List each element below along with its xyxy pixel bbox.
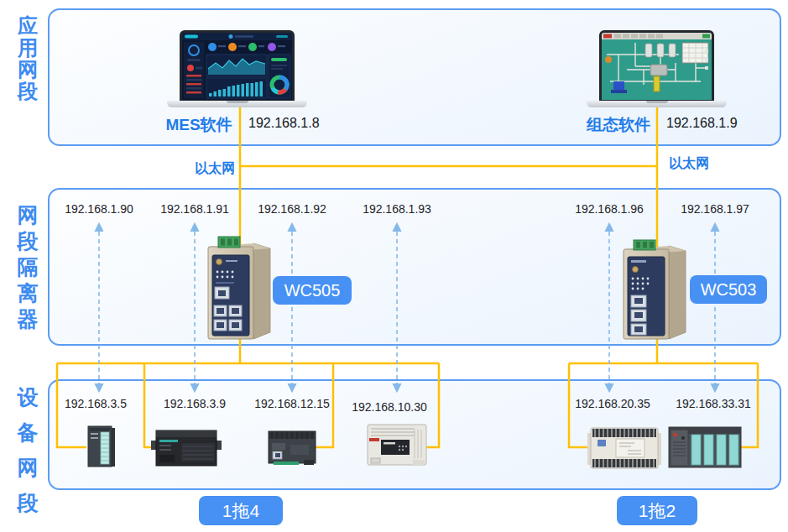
scada-laptop-base — [587, 101, 727, 107]
mes-dashboard-image — [182, 33, 292, 100]
isolator-ip-label: 192.168.1.93 — [348, 202, 446, 216]
mes-laptop-screen — [180, 30, 295, 102]
group-label-1to2: 1拖2 — [617, 496, 697, 525]
mes-host-label: MES软件 — [157, 114, 241, 136]
group-label-1to4: 1拖4 — [199, 496, 283, 525]
plc-rack-image — [667, 422, 743, 471]
wc505-badge: WC505 — [273, 276, 352, 305]
section-label-application: 应用网段 — [14, 15, 41, 102]
scada-screen-image — [602, 33, 712, 100]
section-label-devices: 设备网段 — [14, 379, 41, 520]
section-label-isolator: 网段隔离器 — [14, 202, 41, 332]
wc503-gateway-image — [620, 238, 694, 341]
device-ip-label: 192.168.33.31 — [665, 397, 762, 410]
plc-s7200-image — [151, 428, 222, 468]
plc-module-image — [85, 425, 118, 468]
wc503-badge: WC503 — [690, 275, 767, 304]
ethernet-label-left: 以太网 — [183, 160, 235, 178]
wc505-gateway-image — [205, 235, 279, 341]
scada-host-ip: 192.168.1.9 — [666, 116, 738, 131]
mes-host-ip: 192.168.1.8 — [248, 116, 320, 131]
isolator-ip-label: 192.168.1.96 — [561, 202, 658, 216]
device-ip-label: 192.168.12.15 — [243, 397, 341, 410]
scada-host-label: 组态软件 — [577, 114, 660, 136]
isolator-ip-label: 192.168.1.92 — [243, 202, 341, 216]
network-topology-diagram: 应用网段 网段隔离器 设备网段 — [0, 0, 788, 532]
device-ip-label: 192.168.3.5 — [47, 397, 144, 410]
device-ip-label: 192.168.10.30 — [341, 400, 438, 414]
mes-laptop-base — [167, 101, 307, 107]
plc-compact-image — [265, 426, 319, 467]
device-ip-label: 192.168.3.9 — [146, 397, 243, 410]
scada-laptop-screen — [599, 30, 714, 102]
isolator-ip-label: 192.168.1.97 — [666, 202, 764, 216]
isolator-ip-label: 192.168.1.91 — [146, 202, 243, 216]
isolator-ip-label: 192.168.1.90 — [50, 202, 148, 216]
device-ip-label: 192.168.20.35 — [564, 397, 661, 410]
ethernet-label-right: 以太网 — [669, 155, 709, 173]
plc-fx-image — [366, 421, 428, 468]
plc-delta-image — [587, 425, 661, 472]
